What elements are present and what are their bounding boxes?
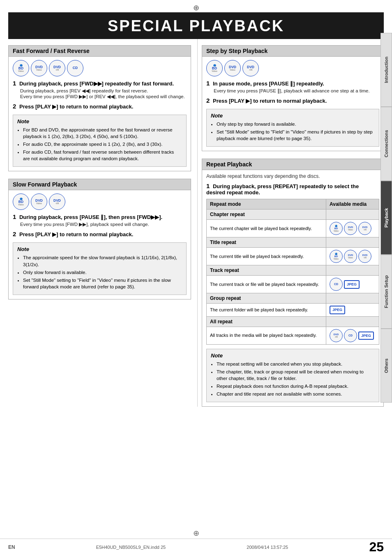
sbs-note-item: Set "Still Mode" setting to "Field" in "… (217, 129, 375, 142)
repeat-note-title: Note (211, 352, 375, 359)
page-number: 25 (369, 539, 384, 555)
rp-note-item: The repeat setting will be canceled when… (217, 361, 375, 367)
mode-desc: The current folder will be played back r… (207, 304, 326, 317)
ch-dvd-vr-icon: DVD -VR (358, 222, 371, 235)
ti-dvd-icon: DVD Video (344, 250, 357, 263)
note-item: For audio CD, fast forward / fast revers… (23, 149, 182, 162)
sf-dvd-icon: DVD Video (31, 193, 47, 210)
fast-forward-note-title: Note (17, 118, 182, 124)
repeat-note: Note The repeat setting will be canceled… (206, 349, 379, 402)
rp-note-item: Chapter and title repeat are not availab… (217, 391, 375, 397)
tr-cd-icon: CD (330, 278, 343, 291)
slow-forward-step2: 2 Press [PLAY ▶] to return to normal pla… (13, 230, 187, 237)
sbs-bd-icon: 🔵 BD Video (206, 60, 223, 76)
step1-number: 1 (13, 80, 16, 87)
step-by-step-section: Step by Step Playback 🔵 BD Video DVD Vi (202, 45, 384, 151)
sbs-note-item: Only step by step forward is available. (217, 121, 375, 127)
sf-step2-number: 2 (13, 230, 16, 237)
sidebar-item-connections[interactable]: Connections (380, 107, 392, 181)
table-row: The current title will be played back re… (207, 248, 379, 265)
sidebar-item-others[interactable]: Others (380, 329, 392, 403)
group-media: JPEG (330, 306, 376, 314)
sbs-dvd-icon: DVD Video (224, 60, 241, 76)
step1-text: During playback, press [FWD▶▶] repeatedl… (19, 81, 174, 87)
mode-desc: The current title will be played back re… (207, 248, 326, 265)
en-label: EN (8, 544, 15, 550)
fast-forward-note-list: For BD and DVD, the approximate speed fo… (17, 127, 182, 162)
table-row: Group repeat (207, 293, 379, 304)
mode-label: Group repeat (207, 293, 326, 304)
table-row: The current chapter will be played back … (207, 220, 379, 237)
slow-forward-note-list: The approximate speed for the slow forwa… (17, 254, 182, 290)
repeat-step1-text: During playback, press [REPEAT] repeated… (206, 183, 359, 196)
sbs-note-title: Note (211, 113, 375, 119)
repeat-note-list: The repeat setting will be canceled when… (211, 361, 375, 397)
mode-label: Chapter repeat (207, 210, 326, 220)
media-icons-cell: DVD -VR CD JPEG (326, 327, 379, 344)
step1-body2-text: Every time you press [FWD ▶▶] or [REV ◀◀… (20, 94, 185, 99)
media-icons-cell: 🔵 BD Video DVD (326, 248, 379, 265)
repeat-title: Repeat Playback (202, 159, 383, 170)
sbs-media-icons: 🔵 BD Video DVD Video DVD (206, 60, 379, 76)
sf-step1-number: 1 (13, 213, 16, 220)
rp-note-item: Repeat playback does not function during… (217, 383, 375, 389)
sidebar: Introduction Connections Playback Functi… (380, 33, 392, 403)
note-item: For BD and DVD, the approximate speed fo… (23, 127, 182, 140)
al-cd-icon: CD (344, 329, 357, 342)
slow-forward-note-title: Note (17, 246, 182, 252)
sbs-step2-number: 2 (206, 97, 210, 104)
sf-note-item: Only slow forward is available. (23, 269, 182, 276)
media-cell (326, 293, 379, 304)
sbs-step2-text: Press [PLAY ▶] to return to normal playb… (213, 98, 327, 104)
dvd-vr-icon-1: DVD -VR (49, 60, 65, 76)
rp-note-item: The chapter, title, track or group repea… (217, 368, 375, 382)
crosshair-top: ⊕ (0, 0, 392, 12)
ti-bd-icon: 🔵 BD Video (330, 250, 343, 263)
sbs-step1-body: Every time you press [PAUSE ‖], playback… (214, 88, 379, 94)
step1-body1-text: During playback, press [REV ◀◀] repeated… (20, 88, 148, 93)
slow-forward-media-icons: 🔵 BD Video DVD Video DVD (13, 193, 187, 210)
repeat-step1-number: 1 (206, 182, 210, 189)
mode-label: All repeat (207, 316, 326, 327)
dvd-icon-1: DVD Video (31, 60, 47, 76)
crosshair-bottom: ⊕ (193, 529, 199, 538)
sidebar-item-playback[interactable]: Playback (380, 181, 392, 255)
title-media: 🔵 BD Video DVD (330, 250, 376, 263)
sf-step1-text: During playback, press [PAUSE ‖], then p… (19, 214, 162, 220)
table-header-media: Available media (326, 199, 379, 210)
note-item: For audio CD, the approximate speed is 1… (23, 141, 182, 147)
media-cell (326, 265, 379, 276)
fast-forward-step1: 1 During playback, press [FWD▶▶] repeate… (13, 80, 187, 99)
repeat-box: Repeat Playback Available repeat functio… (202, 159, 384, 407)
fast-forward-media-icons: 🔵 BD Video DVD Video DVD (13, 60, 187, 76)
slow-forward-step1: 1 During playback, press [PAUSE ‖], then… (13, 213, 187, 227)
file-info: E5H40UD_NB500SL9_EN.indd 25 (96, 545, 166, 550)
media-icons-cell: JPEG (326, 304, 379, 317)
sidebar-item-introduction[interactable]: Introduction (380, 33, 392, 107)
table-row: Track repeat (207, 265, 379, 276)
al-dvd-vr-icon: DVD -VR (330, 329, 343, 342)
fast-forward-note: Note For BD and DVD, the approximate spe… (13, 115, 187, 167)
table-row: All repeat (207, 316, 379, 327)
sbs-step1-text: In pause mode, press [PAUSE ‖] repeatedl… (213, 81, 324, 87)
left-column: Fast Forward / Fast Reverse 🔵 BD Video D… (8, 39, 197, 407)
sbs-dvd-vr-icon: DVD -VR (242, 60, 259, 76)
mode-desc: The current chapter will be played back … (207, 220, 326, 237)
media-cell (326, 316, 379, 327)
sf-step2-text: Press [PLAY ▶] to return to normal playb… (19, 231, 133, 237)
sbs-step1: 1 In pause mode, press [PAUSE ‖] repeate… (206, 80, 379, 94)
track-media: CD JPEG (330, 278, 376, 291)
repeat-table: Repeat mode Available media Chapter repe… (206, 199, 379, 345)
table-row: The current track or file will be played… (207, 276, 379, 293)
slow-forward-section: Slow Forward Playback 🔵 BD Video DVD Vi (8, 179, 191, 299)
sidebar-item-function-setup[interactable]: Function Setup (380, 255, 392, 329)
sf-step1-body: Every time you press [FWD ▶▶], playback … (20, 221, 187, 227)
table-row: The current folder will be played back r… (207, 304, 379, 317)
chapter-media: 🔵 BD Video DVD (330, 222, 376, 235)
step-by-step-title: Step by Step Playback (202, 46, 383, 57)
main-content: Fast Forward / Fast Reverse 🔵 BD Video D… (8, 39, 384, 407)
sbs-step1-number: 1 (206, 80, 210, 87)
right-column: Step by Step Playback 🔵 BD Video DVD Vi (197, 39, 384, 407)
mode-label: Title repeat (207, 237, 326, 248)
al-jpeg-icon: JPEG (358, 332, 374, 340)
